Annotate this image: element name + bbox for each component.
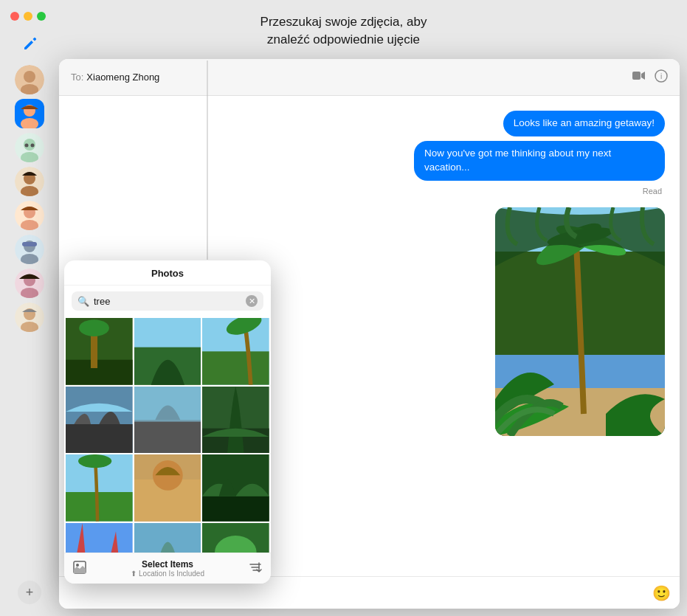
- photos-footer-icon[interactable]: [73, 561, 86, 577]
- svg-rect-45: [202, 351, 269, 384]
- tooltip-line2: znaleźć odpowiednie ujęcie: [267, 32, 420, 46]
- emoji-button[interactable]: 🙂: [652, 584, 671, 602]
- svg-point-9: [25, 144, 29, 148]
- popover-footer: Select Items ⬆ Location Is Included: [64, 553, 271, 584]
- avatar-5[interactable]: [15, 201, 44, 230]
- title-bar-actions: i: [632, 69, 668, 86]
- avatar-3[interactable]: [15, 133, 44, 162]
- photo-thumb-6[interactable]: [202, 387, 269, 454]
- photo-thumb-2[interactable]: [134, 318, 201, 385]
- photo-thumb-5[interactable]: [134, 387, 201, 454]
- svg-rect-62: [66, 523, 133, 553]
- message-bubble-2: Now you've got me thinking about my next…: [414, 141, 665, 181]
- svg-text:i: i: [660, 72, 662, 80]
- recipient-name: Xiaomeng Zhong: [86, 72, 632, 83]
- message-bubble-1: Looks like an amazing getaway!: [503, 111, 665, 136]
- title-bar: To: Xiaomeng Zhong i: [59, 59, 680, 96]
- svg-rect-66: [134, 523, 201, 553]
- location-sub: ⬆ Location Is Included: [131, 570, 204, 578]
- photo-thumb-9[interactable]: [202, 454, 269, 522]
- photo-thumb-11[interactable]: [134, 523, 201, 553]
- message-row-2: Now you've got me thinking about my next…: [74, 141, 665, 181]
- photo-thumb-10[interactable]: [66, 523, 133, 553]
- search-icon: 🔍: [77, 296, 89, 307]
- svg-rect-20: [22, 242, 37, 246]
- photo-grid: [64, 316, 271, 553]
- avatar-4[interactable]: [15, 167, 44, 196]
- svg-point-10: [31, 144, 35, 148]
- footer-center: Select Items ⬆ Location Is Included: [131, 559, 204, 578]
- svg-rect-55: [66, 492, 133, 522]
- search-clear-button[interactable]: ✕: [246, 295, 258, 307]
- photos-search-input[interactable]: [94, 296, 241, 307]
- sent-photo[interactable]: [495, 207, 665, 436]
- avatar-6[interactable]: [15, 235, 44, 264]
- location-arrow-icon: ⬆: [131, 570, 137, 578]
- sidebar: +: [0, 0, 59, 616]
- popover-title: Photos: [64, 260, 271, 285]
- svg-rect-50: [134, 420, 201, 453]
- svg-rect-27: [632, 72, 641, 80]
- photo-thumb-1[interactable]: [66, 318, 133, 385]
- read-receipt: Read: [74, 187, 665, 195]
- video-call-icon[interactable]: [632, 71, 646, 84]
- message-input[interactable]: [68, 587, 652, 599]
- tooltip-line1: Przeszukaj swoje zdjęcia, aby: [260, 15, 427, 29]
- select-items-label: Select Items: [131, 559, 204, 570]
- photo-thumb-8[interactable]: [134, 454, 201, 522]
- photos-popover: Photos 🔍 ✕: [64, 260, 271, 584]
- svg-point-40: [79, 319, 109, 336]
- svg-point-1: [24, 71, 35, 83]
- message-row-1: Looks like an amazing getaway!: [74, 111, 665, 136]
- svg-point-56: [78, 454, 111, 468]
- photo-thumb-12[interactable]: [202, 523, 269, 553]
- search-bar: 🔍 ✕: [72, 291, 263, 311]
- svg-rect-51: [134, 387, 201, 422]
- svg-point-71: [76, 564, 79, 567]
- svg-rect-43: [134, 318, 201, 347]
- add-conversation-button[interactable]: +: [18, 581, 41, 604]
- avatar-1[interactable]: [15, 65, 44, 94]
- svg-rect-48: [66, 424, 133, 454]
- avatar-2-active[interactable]: [15, 99, 44, 128]
- photo-thumb-3[interactable]: [202, 318, 269, 385]
- to-label: To:: [71, 72, 83, 83]
- photo-thumb-4[interactable]: [66, 387, 133, 454]
- sort-button[interactable]: [249, 561, 262, 577]
- photo-thumb-7[interactable]: [66, 454, 133, 522]
- avatar-7[interactable]: [15, 269, 44, 298]
- svg-rect-61: [202, 496, 269, 522]
- info-icon[interactable]: i: [655, 69, 668, 86]
- avatar-8[interactable]: [15, 302, 44, 332]
- svg-rect-38: [66, 360, 133, 385]
- tooltip: Przeszukaj swoje zdjęcia, aby znaleźć od…: [0, 0, 687, 56]
